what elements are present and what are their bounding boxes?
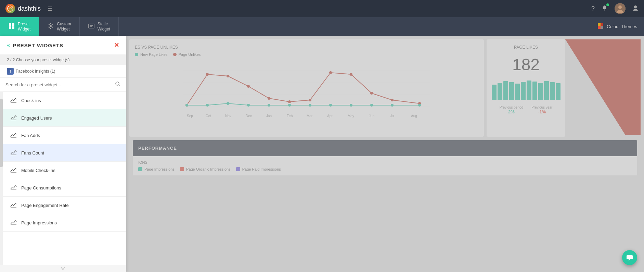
checkins-label: Check-ins (21, 98, 41, 103)
static-widget-label: Static Widget (98, 22, 110, 32)
svg-point-17 (116, 82, 119, 85)
app-name: dashthis (18, 5, 41, 12)
fan-adds-label: Fan Adds (21, 133, 40, 138)
widget-list-container: Check-ins Engaged Users (0, 92, 126, 265)
list-item-fan-adds[interactable]: Fan Adds (3, 127, 126, 144)
top-navigation: dashthis ☰ ? (0, 0, 644, 17)
svg-point-1 (604, 9, 605, 10)
engaged-users-label: Engaged Users (21, 115, 52, 121)
account-icon[interactable] (632, 5, 639, 13)
svg-rect-10 (89, 24, 94, 28)
svg-rect-15 (598, 26, 601, 29)
facebook-icon: f (7, 68, 14, 75)
sidebar-title-area: « PRESET WIDGETS (7, 42, 63, 48)
hamburger-icon[interactable]: ☰ (48, 5, 52, 12)
tab-preset-widget[interactable]: Preset Widget (0, 17, 39, 36)
page-engagement-rate-icon (10, 201, 17, 209)
page-consumptions-icon (10, 184, 17, 191)
list-item-page-engagement-rate[interactable]: Page Engagement Rate (3, 197, 126, 214)
facebook-label: Facebook Insights (1) (16, 69, 55, 74)
facebook-section: f Facebook Insights (1) (0, 65, 126, 78)
fans-count-label: Fans Count (21, 150, 44, 156)
svg-point-3 (618, 5, 622, 9)
svg-rect-8 (12, 26, 14, 29)
static-widget-icon (88, 23, 95, 31)
content-overlay (126, 36, 644, 272)
mobile-checkins-icon (10, 166, 17, 174)
page-consumptions-label: Page Consumptions (21, 185, 61, 190)
list-item-engaged-users[interactable]: Engaged Users (3, 109, 126, 127)
sidebar-panel: « PRESET WIDGETS ✕ 2 / 2 Choose your pre… (0, 36, 126, 272)
colour-themes-icon (597, 23, 604, 30)
widget-list: Check-ins Engaged Users (3, 92, 126, 265)
fans-count-icon (10, 149, 17, 157)
user-avatar[interactable] (615, 3, 626, 14)
list-item-fans-count[interactable]: Fans Count (3, 144, 126, 162)
content-area: ES VS PAGE UNLIKES New Page Likes Page U… (126, 36, 644, 272)
scroll-down-button[interactable] (0, 265, 126, 272)
svg-rect-6 (12, 23, 14, 26)
custom-widget-label: Custom Widget (57, 22, 71, 32)
search-icon[interactable] (115, 81, 120, 88)
svg-rect-13 (598, 23, 601, 26)
scrollbar-track[interactable] (0, 92, 3, 265)
help-icon[interactable]: ? (591, 5, 595, 12)
tab-custom-widget[interactable]: Custom Widget (39, 17, 79, 36)
nav-right: ? (591, 3, 639, 14)
svg-rect-16 (601, 26, 603, 29)
list-item-page-consumptions[interactable]: Page Consumptions (3, 179, 126, 197)
preset-widget-label: Preset Widget (18, 22, 30, 32)
sidebar-subtitle-text: 2 / 2 Choose your preset widget(s) (7, 58, 69, 62)
tab-static-widget[interactable]: Static Widget (80, 17, 119, 36)
svg-point-0 (8, 6, 13, 11)
back-icon[interactable]: « (7, 42, 10, 48)
page-impressions-label: Page Impressions (21, 220, 57, 225)
search-input[interactable] (5, 82, 112, 87)
svg-rect-14 (601, 23, 603, 26)
logo-area: dashthis ☰ (5, 4, 52, 13)
list-item-mobile-checkins[interactable]: Mobile Check-ins (3, 162, 126, 179)
list-item-checkins[interactable]: Check-ins (3, 92, 126, 109)
scrollbar-thumb[interactable] (0, 99, 3, 167)
logo-icon (5, 4, 15, 13)
custom-widget-icon (47, 23, 54, 31)
colour-themes-label: Colour Themes (607, 24, 637, 29)
sidebar-header: « PRESET WIDGETS ✕ (0, 36, 126, 55)
close-button[interactable]: ✕ (114, 41, 119, 49)
widget-toolbar: Preset Widget Custom Widget Static W (0, 17, 644, 36)
mobile-checkins-label: Mobile Check-ins (21, 168, 55, 173)
list-item-page-impressions[interactable]: Page Impressions (3, 214, 126, 232)
main-layout: « PRESET WIDGETS ✕ 2 / 2 Choose your pre… (0, 36, 644, 272)
svg-point-9 (50, 25, 52, 27)
search-area (0, 78, 126, 92)
preset-widget-icon (8, 23, 15, 31)
svg-rect-7 (9, 26, 11, 29)
page-engagement-rate-label: Page Engagement Rate (21, 203, 69, 208)
checkins-icon (10, 97, 17, 104)
sidebar-title: PRESET WIDGETS (13, 42, 63, 48)
colour-themes-button[interactable]: Colour Themes (590, 17, 644, 36)
svg-point-4 (634, 5, 637, 8)
chat-bubble[interactable] (622, 250, 637, 265)
svg-rect-5 (9, 23, 11, 26)
notifications-icon[interactable] (602, 5, 608, 13)
page-impressions-icon (10, 219, 17, 226)
fan-adds-icon (10, 132, 17, 139)
svg-line-18 (119, 85, 120, 86)
sidebar-subtitle: 2 / 2 Choose your preset widget(s) (0, 55, 126, 65)
engaged-users-icon (10, 114, 17, 122)
